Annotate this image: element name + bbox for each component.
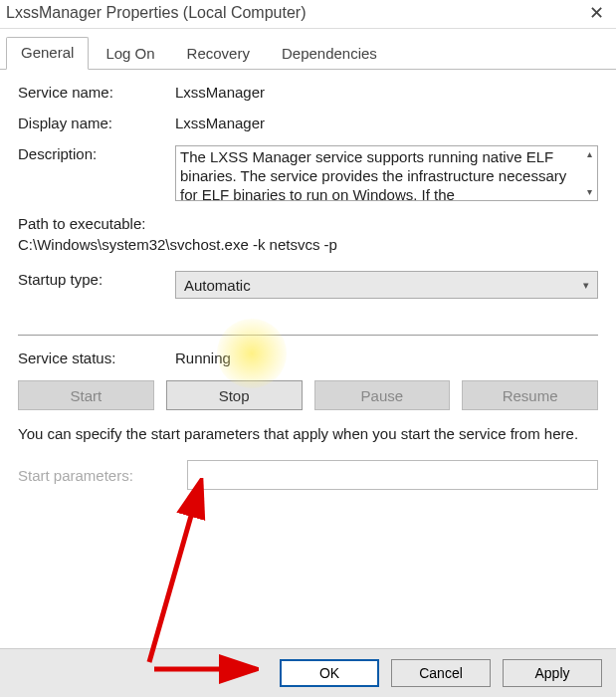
- display-name-value: LxssManager: [175, 115, 598, 131]
- cancel-button[interactable]: Cancel: [391, 659, 491, 687]
- window-title: LxssManager Properties (Local Computer): [6, 4, 306, 22]
- tab-general[interactable]: General: [6, 37, 89, 70]
- dialog-footer: OK Cancel Apply: [0, 648, 616, 697]
- service-status-label: Service status:: [18, 349, 175, 366]
- general-panel: Service name: LxssManager Display name: …: [0, 70, 616, 490]
- service-status-value: Running: [175, 349, 598, 366]
- startup-type-label: Startup type:: [18, 271, 175, 288]
- description-label: Description:: [18, 145, 175, 162]
- start-parameters-label: Start parameters:: [18, 467, 175, 484]
- help-text: You can specify the start parameters tha…: [18, 424, 598, 444]
- startup-type-value: Automatic: [184, 277, 251, 294]
- close-icon[interactable]: ✕: [585, 2, 608, 24]
- separator: [18, 335, 598, 336]
- tab-recovery[interactable]: Recovery: [172, 38, 265, 70]
- tab-dependencies[interactable]: Dependencies: [267, 38, 392, 70]
- startup-type-select[interactable]: Automatic ▾: [175, 271, 598, 299]
- start-parameters-input: [187, 460, 598, 490]
- chevron-down-icon: ▾: [583, 279, 589, 292]
- scroll-down-icon[interactable]: ▾: [587, 186, 592, 199]
- scroll-up-icon[interactable]: ▴: [587, 148, 592, 161]
- service-name-value: LxssManager: [175, 84, 598, 101]
- apply-button[interactable]: Apply: [503, 659, 602, 687]
- tab-strip: General Log On Recovery Dependencies: [0, 29, 616, 70]
- path-value: C:\Windows\system32\svchost.exe -k netsv…: [18, 236, 598, 253]
- pause-button: Pause: [314, 380, 451, 410]
- stop-button[interactable]: Stop: [166, 380, 303, 410]
- path-label: Path to executable:: [18, 215, 598, 232]
- ok-button[interactable]: OK: [280, 659, 379, 687]
- description-box[interactable]: The LXSS Manager service supports runnin…: [175, 145, 598, 201]
- tab-log-on[interactable]: Log On: [91, 38, 169, 70]
- description-scrollbar[interactable]: ▴ ▾: [581, 146, 597, 200]
- display-name-label: Display name:: [18, 115, 175, 131]
- start-button: Start: [18, 380, 154, 410]
- titlebar: LxssManager Properties (Local Computer) …: [0, 0, 616, 29]
- annotation-arrow-stop: [129, 478, 219, 667]
- resume-button: Resume: [462, 380, 598, 410]
- service-name-label: Service name:: [18, 84, 175, 101]
- description-text: The LXSS Manager service supports runnin…: [180, 148, 593, 201]
